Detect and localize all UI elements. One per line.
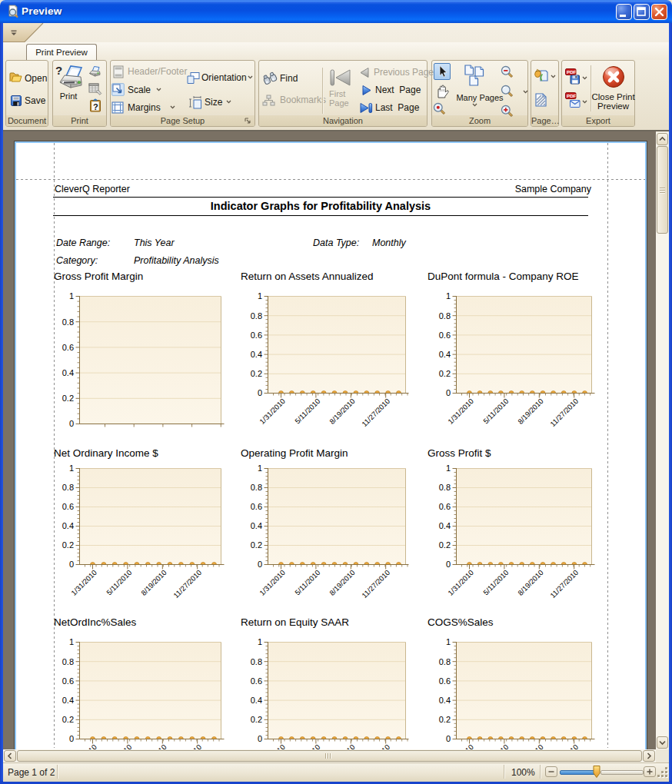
svg-text:0.6: 0.6 [251, 331, 262, 340]
svg-text:1: 1 [69, 637, 74, 646]
svg-text:0.2: 0.2 [62, 540, 74, 550]
svg-text:0.2: 0.2 [62, 715, 74, 724]
svg-text:0.6: 0.6 [439, 676, 451, 686]
svg-text:11/27/2010: 11/27/2010 [360, 568, 391, 600]
svg-text:0: 0 [258, 388, 262, 397]
svg-text:0.8: 0.8 [251, 311, 262, 321]
svg-text:1/31/2010: 1/31/2010 [69, 742, 98, 749]
svg-text:0.6: 0.6 [62, 343, 74, 352]
svg-text:0: 0 [69, 560, 74, 569]
svg-text:1: 1 [258, 463, 262, 473]
svg-text:0: 0 [258, 734, 262, 743]
svg-text:0.8: 0.8 [439, 311, 451, 321]
svg-text:11/27/2010: 11/27/2010 [548, 397, 580, 428]
svg-text:?: ? [93, 102, 98, 111]
svg-text:8/19/2010: 8/19/2010 [328, 568, 357, 597]
svg-text:8/19/2010: 8/19/2010 [516, 397, 545, 426]
svg-text:0.6: 0.6 [439, 331, 451, 340]
svg-text:1/31/2010: 1/31/2010 [258, 568, 287, 597]
svg-text:0.6: 0.6 [251, 676, 262, 686]
svg-text:1: 1 [446, 291, 451, 301]
svg-text:5/11/2010: 5/11/2010 [481, 397, 510, 425]
svg-text:11/27/2010: 11/27/2010 [548, 742, 580, 749]
svg-text:0.2: 0.2 [439, 540, 451, 550]
svg-text:0.4: 0.4 [439, 521, 451, 530]
svg-text:1: 1 [258, 637, 262, 646]
svg-text:0: 0 [69, 419, 74, 428]
svg-text:1/31/2010: 1/31/2010 [258, 397, 287, 426]
svg-text:8/19/2010: 8/19/2010 [139, 568, 168, 597]
svg-text:?: ? [55, 64, 62, 77]
svg-text:1/31/2010: 1/31/2010 [258, 742, 287, 749]
svg-text:1/31/2010: 1/31/2010 [446, 397, 475, 426]
svg-text:5/11/2010: 5/11/2010 [105, 568, 133, 596]
svg-text:0: 0 [258, 560, 262, 569]
svg-text:0.6: 0.6 [62, 676, 74, 686]
svg-text:5/11/2010: 5/11/2010 [293, 397, 321, 425]
svg-text:PDF: PDF [567, 69, 577, 75]
svg-text:1/31/2010: 1/31/2010 [69, 568, 98, 597]
svg-text:0.6: 0.6 [251, 502, 262, 511]
svg-text:0.6: 0.6 [62, 502, 74, 511]
svg-text:0.2: 0.2 [439, 715, 451, 724]
svg-text:0: 0 [69, 734, 74, 743]
svg-text:0.8: 0.8 [439, 657, 451, 666]
svg-text:0.2: 0.2 [439, 369, 451, 378]
svg-text:0.4: 0.4 [62, 696, 74, 705]
svg-text:0.4: 0.4 [251, 696, 262, 705]
svg-text:0.4: 0.4 [251, 350, 262, 359]
svg-text:0.8: 0.8 [251, 657, 262, 666]
svg-text:11/27/2010: 11/27/2010 [548, 568, 580, 600]
svg-text:1/31/2010: 1/31/2010 [446, 742, 475, 749]
svg-text:11/27/2010: 11/27/2010 [360, 742, 391, 749]
svg-text:PDF: PDF [567, 93, 577, 98]
svg-text:1: 1 [446, 463, 451, 473]
svg-text:8/19/2010: 8/19/2010 [516, 742, 545, 749]
svg-text:5/11/2010: 5/11/2010 [293, 568, 321, 596]
svg-text:0: 0 [446, 388, 451, 397]
svg-text:0.4: 0.4 [62, 521, 74, 530]
svg-text:0.2: 0.2 [251, 540, 262, 550]
svg-text:0.6: 0.6 [439, 502, 451, 511]
svg-text:0.4: 0.4 [439, 696, 451, 705]
svg-text:0: 0 [446, 734, 451, 743]
svg-text:5/11/2010: 5/11/2010 [293, 742, 321, 749]
svg-text:5/11/2010: 5/11/2010 [481, 742, 510, 749]
svg-text:0.8: 0.8 [439, 483, 451, 492]
svg-text:11/27/2010: 11/27/2010 [171, 568, 203, 600]
svg-text:0: 0 [446, 560, 451, 569]
svg-text:0.2: 0.2 [251, 369, 262, 378]
svg-text:8/19/2010: 8/19/2010 [139, 742, 168, 749]
svg-text:1: 1 [69, 291, 74, 301]
svg-text:11/27/2010: 11/27/2010 [171, 742, 203, 749]
svg-text:5/11/2010: 5/11/2010 [105, 742, 133, 749]
svg-text:1/31/2010: 1/31/2010 [446, 568, 475, 597]
svg-text:0.2: 0.2 [62, 394, 74, 403]
svg-text:8/19/2010: 8/19/2010 [328, 397, 357, 426]
svg-text:0.8: 0.8 [62, 657, 74, 666]
svg-text:0.4: 0.4 [62, 368, 74, 377]
svg-text:0.8: 0.8 [62, 483, 74, 492]
svg-text:0.8: 0.8 [62, 317, 74, 327]
svg-text:5/11/2010: 5/11/2010 [481, 568, 510, 596]
svg-text:1: 1 [69, 463, 74, 473]
svg-text:0.8: 0.8 [251, 483, 262, 492]
svg-text:0.4: 0.4 [439, 350, 451, 359]
svg-text:1: 1 [258, 291, 262, 301]
svg-text:8/19/2010: 8/19/2010 [328, 742, 357, 749]
svg-text:0.2: 0.2 [251, 715, 262, 724]
svg-text:1: 1 [446, 637, 451, 646]
svg-text:0.4: 0.4 [251, 521, 262, 530]
svg-text:11/27/2010: 11/27/2010 [360, 397, 391, 428]
svg-text:8/19/2010: 8/19/2010 [516, 568, 545, 597]
